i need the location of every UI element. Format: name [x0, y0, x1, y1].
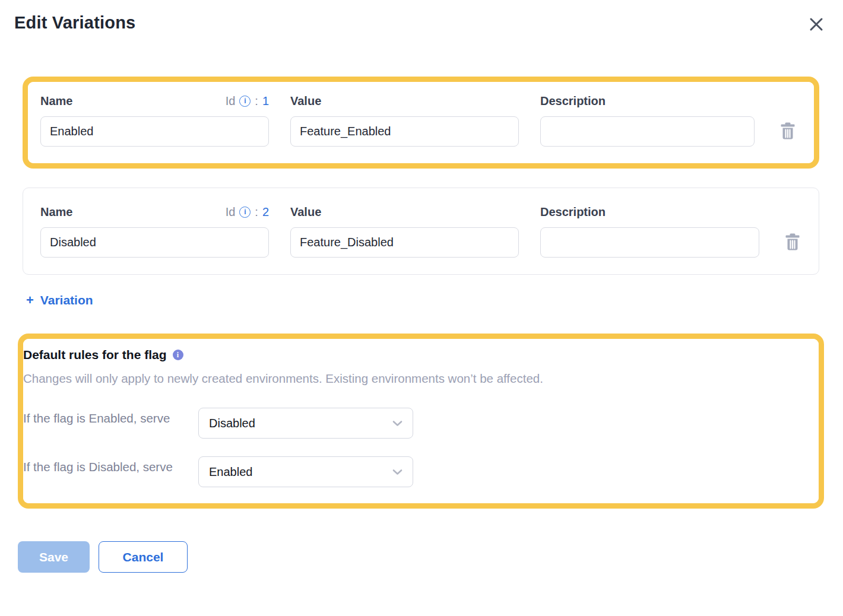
id-separator: : — [255, 205, 258, 219]
variation-id-group: Id i : 1 — [226, 94, 269, 108]
variation-name-input[interactable] — [40, 227, 269, 258]
save-button[interactable]: Save — [18, 541, 90, 573]
plus-icon: + — [26, 293, 34, 308]
delete-variation-button[interactable] — [779, 122, 796, 140]
id-label: Id — [226, 94, 236, 108]
variation-card-2: Name Id i : 2 Value Descript — [23, 188, 819, 275]
add-variation-label: Variation — [40, 293, 93, 307]
edit-variations-dialog: Edit Variations Name Id i : 1 — [0, 0, 843, 573]
cancel-button[interactable]: Cancel — [99, 541, 188, 573]
variation-name-input[interactable] — [40, 116, 269, 147]
value-label: Value — [290, 94, 321, 108]
delete-variation-button[interactable] — [784, 233, 801, 251]
rule-row-disabled: If the flag is Disabled, serve Enabled — [23, 456, 804, 487]
rule-label: If the flag is Disabled, serve — [23, 456, 198, 477]
variation-card-1: Name Id i : 1 Value — [28, 82, 814, 163]
value-field-group: Value — [290, 204, 519, 258]
value-label: Value — [290, 205, 321, 219]
selected-variation: Enabled — [209, 465, 252, 479]
serve-select-disabled[interactable]: Enabled — [198, 456, 413, 487]
name-field-group: Name Id i : 2 — [40, 204, 269, 258]
id-info-icon[interactable]: i — [239, 207, 251, 218]
name-field-group: Name Id i : 1 — [40, 93, 269, 147]
trash-icon — [779, 122, 796, 140]
variation-id-group: Id i : 2 — [226, 205, 269, 219]
dialog-footer: Save Cancel — [18, 541, 829, 573]
rule-row-enabled: If the flag is Enabled, serve Disabled — [23, 408, 804, 439]
default-rules-title: Default rules for the flag — [23, 348, 167, 362]
selected-variation: Disabled — [209, 417, 255, 430]
variation-description-input[interactable] — [540, 116, 755, 147]
id-value: 2 — [262, 205, 269, 219]
default-rules-section: Default rules for the flag i Changes wil… — [23, 339, 819, 503]
description-field-group: Description — [540, 93, 755, 147]
rule-label: If the flag is Enabled, serve — [23, 408, 198, 428]
id-label: Id — [226, 205, 236, 219]
variation-card-1-highlight: Name Id i : 1 Value — [23, 77, 819, 169]
variation-value-input[interactable] — [290, 227, 519, 258]
id-info-icon[interactable]: i — [239, 96, 251, 107]
description-label: Description — [540, 205, 606, 219]
description-label: Description — [540, 94, 606, 108]
name-label: Name — [40, 94, 72, 108]
default-rules-note: Changes will only apply to newly created… — [23, 371, 804, 386]
add-variation-button[interactable]: + Variation — [26, 293, 93, 308]
chevron-down-icon — [392, 420, 403, 427]
value-field-group: Value — [290, 93, 519, 147]
id-separator: : — [255, 94, 258, 108]
dialog-title: Edit Variations — [14, 13, 135, 33]
dialog-header: Edit Variations — [14, 13, 829, 36]
id-value: 1 — [262, 94, 269, 108]
serve-select-enabled[interactable]: Disabled — [198, 408, 413, 439]
description-field-group: Description — [540, 204, 759, 258]
chevron-down-icon — [392, 469, 403, 475]
variation-value-input[interactable] — [290, 116, 519, 147]
default-rules-info-icon[interactable]: i — [173, 350, 183, 360]
name-label: Name — [40, 205, 72, 219]
close-icon — [809, 17, 824, 32]
default-rules-highlight: Default rules for the flag i Changes wil… — [18, 334, 824, 509]
close-button[interactable] — [805, 13, 828, 36]
trash-icon — [784, 233, 801, 251]
variation-description-input[interactable] — [540, 227, 759, 258]
